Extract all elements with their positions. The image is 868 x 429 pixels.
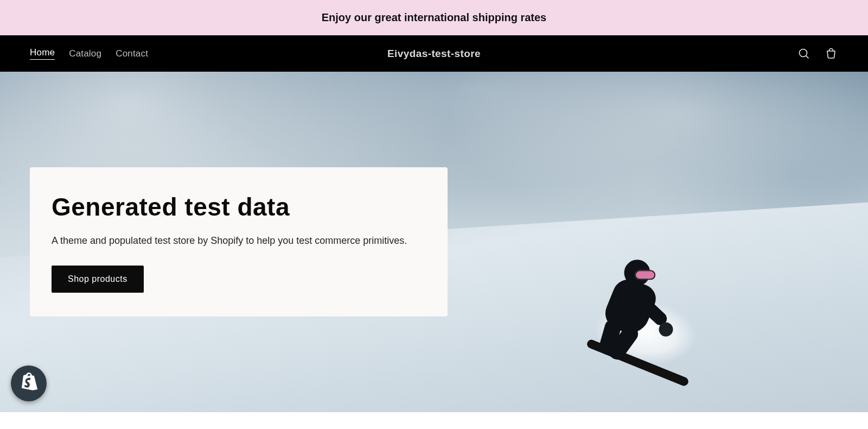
nav-contact[interactable]: Contact <box>116 48 148 59</box>
header-icons <box>797 47 838 61</box>
nav-home[interactable]: Home <box>30 47 55 60</box>
hero-card: Generated test data A theme and populate… <box>30 167 448 317</box>
svg-point-0 <box>800 49 807 56</box>
hero-snowboarder <box>567 244 692 383</box>
main-nav: Home Catalog Contact <box>30 47 148 60</box>
footer-gap <box>0 412 868 429</box>
hero-title: Generated test data <box>52 192 426 222</box>
nav-catalog[interactable]: Catalog <box>69 48 101 59</box>
shop-products-button[interactable]: Shop products <box>52 266 144 293</box>
cart-icon[interactable] <box>824 47 838 61</box>
search-icon[interactable] <box>797 47 811 61</box>
announcement-text: Enjoy our great international shipping r… <box>322 11 547 24</box>
site-header: Home Catalog Contact Eivydas-test-store <box>0 35 868 72</box>
shopify-bag-icon <box>20 372 38 395</box>
store-name[interactable]: Eivydas-test-store <box>387 48 481 60</box>
hero-section: Generated test data A theme and populate… <box>0 72 868 412</box>
svg-line-1 <box>806 55 809 58</box>
shopify-badge[interactable] <box>11 365 47 401</box>
hero-subtitle: A theme and populated test store by Shop… <box>52 234 426 248</box>
announcement-bar: Enjoy our great international shipping r… <box>0 0 868 35</box>
